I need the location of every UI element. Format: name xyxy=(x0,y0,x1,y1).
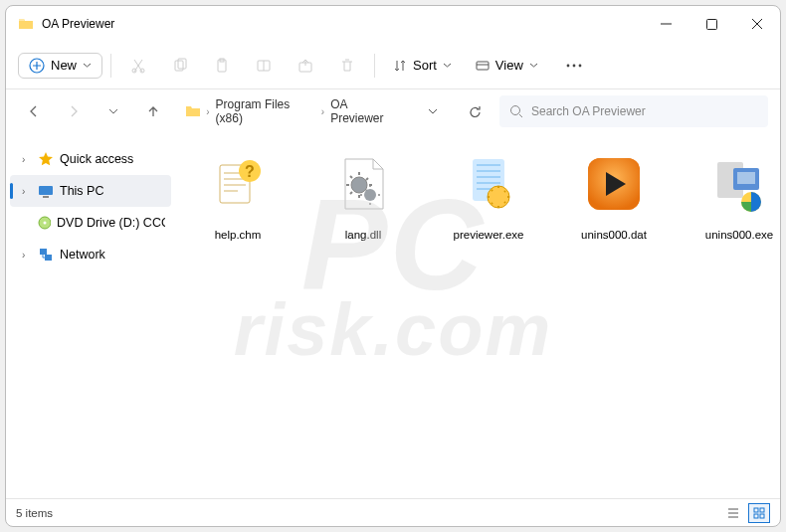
dll-icon xyxy=(319,145,407,223)
chevron-right-icon: › xyxy=(321,106,324,117)
minimize-button[interactable] xyxy=(643,6,688,42)
svg-point-11 xyxy=(566,64,569,67)
view-button[interactable]: View xyxy=(466,54,548,77)
svg-point-12 xyxy=(572,64,575,67)
search-placeholder: Search OA Previewer xyxy=(531,104,646,118)
svg-point-14 xyxy=(511,106,520,115)
svg-rect-20 xyxy=(45,255,52,261)
file-name: unins000.dat xyxy=(581,229,647,241)
divider xyxy=(110,54,111,78)
svg-rect-19 xyxy=(40,249,47,255)
svg-rect-35 xyxy=(754,508,758,512)
divider xyxy=(374,54,375,78)
file-item[interactable]: previewer.exe xyxy=(436,145,541,241)
titlebar: OA Previewer xyxy=(6,6,780,42)
svg-point-3 xyxy=(140,69,144,73)
up-button[interactable] xyxy=(137,95,169,127)
breadcrumb[interactable]: › Program Files (x86) › OA Previewer xyxy=(177,95,408,127)
chevron-right-icon: › xyxy=(22,186,32,197)
explorer-window: OA Previewer New Sort View xyxy=(5,5,781,527)
svg-point-13 xyxy=(578,64,581,67)
file-name: previewer.exe xyxy=(454,229,524,241)
installer-icon xyxy=(695,145,780,223)
sidebar-item-label: Network xyxy=(60,248,105,262)
sidebar-item-network[interactable]: › Network xyxy=(6,239,175,270)
window-title: OA Previewer xyxy=(42,17,643,31)
file-name: help.chm xyxy=(215,229,262,241)
file-name: unins000.exe xyxy=(705,229,773,241)
refresh-button[interactable] xyxy=(458,104,491,119)
folder-icon xyxy=(185,103,200,119)
svg-rect-10 xyxy=(477,62,489,70)
rename-button[interactable] xyxy=(245,48,283,84)
paste-button[interactable] xyxy=(203,48,241,84)
file-item[interactable]: lang.dll xyxy=(310,145,416,241)
back-button[interactable] xyxy=(18,95,50,127)
chevron-right-icon: › xyxy=(22,250,32,261)
close-button[interactable] xyxy=(734,6,780,42)
svg-rect-15 xyxy=(39,186,53,195)
svg-rect-37 xyxy=(754,514,758,518)
network-icon xyxy=(38,247,54,263)
svg-point-26 xyxy=(364,189,376,201)
toolbar: New Sort View xyxy=(6,42,780,89)
maximize-button[interactable] xyxy=(688,6,734,42)
file-item[interactable]: unins000.exe xyxy=(687,145,780,241)
nav-pane: › Quick access › This PC DVD Drive (D:) … xyxy=(6,133,175,498)
sidebar-item-label: This PC xyxy=(60,184,103,198)
chevron-right-icon: › xyxy=(206,106,209,117)
chm-icon: ? xyxy=(194,145,282,223)
svg-rect-34 xyxy=(737,172,755,184)
file-item[interactable]: ? help.chm xyxy=(185,145,291,241)
pc-icon xyxy=(38,183,54,199)
address-row: › Program Files (x86) › OA Previewer Sea… xyxy=(6,89,780,133)
sort-label: Sort xyxy=(413,58,437,73)
star-icon xyxy=(38,151,54,167)
forward-button[interactable] xyxy=(58,95,90,127)
chevron-right-icon: › xyxy=(22,154,32,165)
more-button[interactable] xyxy=(552,48,596,84)
svg-rect-38 xyxy=(760,514,764,518)
svg-point-18 xyxy=(43,222,46,225)
statusbar: 5 items xyxy=(6,498,780,526)
svg-rect-36 xyxy=(760,508,764,512)
svg-point-2 xyxy=(132,69,136,73)
sidebar-item-this-pc[interactable]: › This PC xyxy=(10,175,171,207)
file-pane: ? help.chm lang.dll previewer.exe xyxy=(175,133,780,498)
delete-button[interactable] xyxy=(328,48,366,84)
search-icon xyxy=(509,104,523,118)
new-label: New xyxy=(51,58,77,73)
svg-rect-16 xyxy=(43,196,49,198)
share-button[interactable] xyxy=(287,48,324,84)
sidebar-item-label: DVD Drive (D:) CCCC xyxy=(57,216,165,230)
disc-icon xyxy=(37,215,51,231)
icons-view-button[interactable] xyxy=(748,503,770,523)
item-count: 5 items xyxy=(16,507,53,519)
dat-icon xyxy=(570,145,658,223)
breadcrumb-segment[interactable]: OA Previewer xyxy=(330,97,400,125)
breadcrumb-dropdown[interactable] xyxy=(416,106,450,116)
search-input[interactable]: Search OA Previewer xyxy=(499,95,768,127)
sidebar-item-label: Quick access xyxy=(60,152,133,166)
svg-text:?: ? xyxy=(245,163,255,180)
breadcrumb-segment[interactable]: Program Files (x86) xyxy=(216,97,315,125)
copy-button[interactable] xyxy=(161,48,199,84)
folder-icon xyxy=(18,16,34,32)
svg-rect-0 xyxy=(706,19,716,29)
exe-icon xyxy=(445,145,532,223)
view-label: View xyxy=(495,58,523,73)
cut-button[interactable] xyxy=(119,48,157,84)
file-name: lang.dll xyxy=(345,229,381,241)
sidebar-item-quick-access[interactable]: › Quick access xyxy=(6,143,175,175)
view-toggle xyxy=(722,503,770,523)
details-view-button[interactable] xyxy=(722,503,744,523)
recent-dropdown[interactable] xyxy=(98,95,129,127)
body: › Quick access › This PC DVD Drive (D:) … xyxy=(6,133,780,498)
file-item[interactable]: unins000.dat xyxy=(561,145,667,241)
sidebar-item-dvd[interactable]: DVD Drive (D:) CCCC xyxy=(6,207,175,239)
sort-button[interactable]: Sort xyxy=(383,54,462,77)
new-button[interactable]: New xyxy=(18,53,102,79)
